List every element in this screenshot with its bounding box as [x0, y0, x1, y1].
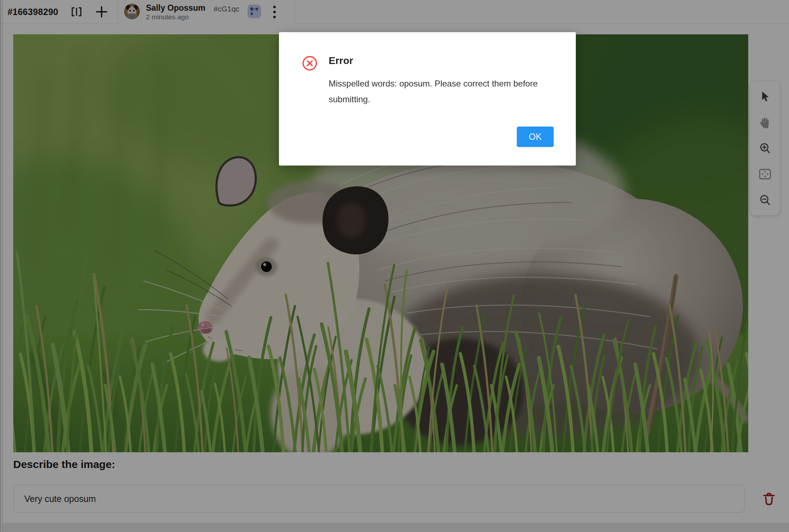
error-circle-x-icon: [302, 56, 317, 71]
dialog-message: Misspelled words: oposum. Please correct…: [329, 76, 547, 107]
dialog-title: Error: [329, 55, 353, 66]
ok-button[interactable]: OK: [517, 127, 554, 147]
label-studio-window: #166398290: [0, 0, 789, 532]
error-dialog: Error Misspelled words: oposum. Please c…: [279, 32, 576, 166]
